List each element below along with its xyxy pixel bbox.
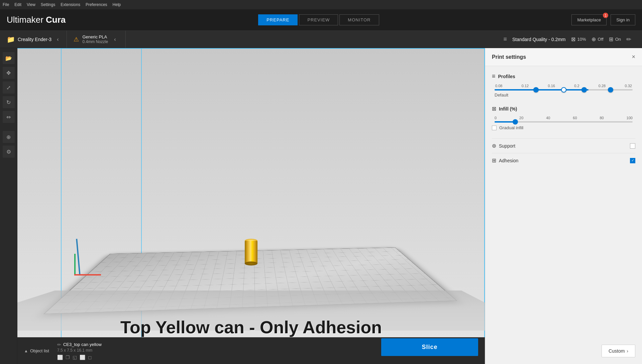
gradual-infill-checkbox[interactable] (492, 126, 497, 130)
support-checkbox[interactable] (630, 143, 635, 149)
object-name: CE3_top can yellow (63, 342, 102, 347)
infill-slider-track[interactable] (495, 121, 633, 123)
obj-icon-5[interactable]: ◻ (88, 355, 92, 360)
infill-slider-container: 0 20 40 60 80 100 (492, 116, 635, 123)
profiles-slider-container: 0.08 0.12 0.16 0.2 0.28 0.32 (492, 84, 635, 98)
profiles-label: Profiles (498, 74, 515, 79)
nav-prepare[interactable]: PREPARE (258, 14, 298, 25)
custom-chevron-icon: › (627, 348, 628, 354)
infill-fill (495, 121, 515, 123)
menu-file[interactable]: File (3, 2, 9, 7)
bed-container (51, 174, 465, 307)
obj-icon-3[interactable]: ◱ (73, 355, 77, 360)
print-settings-panel: Print settings × ≡ Profiles 0.08 0.12 0.… (485, 48, 642, 364)
profiles-thumb-4[interactable] (608, 87, 613, 93)
header-nav: PREPARE PREVIEW MONITOR (258, 14, 379, 25)
tool-settings[interactable]: ⚙ (3, 146, 15, 158)
obj-icon-4[interactable]: ⬜ (80, 355, 85, 360)
custom-button[interactable]: Custom › (602, 345, 635, 357)
support-settings-icon: ⊛ (492, 143, 496, 149)
adhesion-checkbox[interactable]: ✓ (630, 158, 635, 163)
gradual-infill-label: Gradual infill (499, 125, 523, 130)
material-info: Generic PLA 0.4mm Nozzle (82, 34, 108, 44)
main-area: 📂 ✥ ⤢ ↻ ⇔ ⊕ ⚙ (0, 48, 642, 364)
adhesion-label-text: Adhesion (499, 158, 518, 163)
tool-open[interactable]: 📂 (3, 52, 15, 64)
axis-y (74, 254, 76, 276)
warning-icon: ⚠ (74, 36, 79, 43)
quality-section: ≡ Standard Quality - 0.2mm ⊠ 10% ⊕ Off ⊞… (497, 36, 638, 43)
obj-icon-1[interactable]: ⬜ (57, 355, 63, 360)
infill-settings-icon: ⊠ (492, 106, 496, 112)
viewport[interactable]: Top Yellow can - Only Adhesion ▲ Object … (17, 48, 485, 364)
quality-icon: ≡ (503, 36, 507, 43)
profiles-default-label: Default (495, 93, 633, 98)
infill-thumb[interactable] (513, 119, 518, 125)
settings-header: Print settings × (485, 48, 642, 66)
tool-scale[interactable]: ⤢ (3, 81, 15, 94)
chevron-up-icon: ▲ (24, 349, 28, 353)
printer-name[interactable]: Creality Ender-3 (18, 37, 51, 42)
menu-help[interactable]: Help (113, 2, 121, 7)
adhesion-status: On (615, 37, 621, 42)
axis-x (74, 274, 101, 276)
adhesion-icon: ⊞ (609, 36, 613, 42)
tool-move[interactable]: ✥ (3, 67, 15, 79)
printer-prev-arrow[interactable]: ‹ (54, 36, 61, 42)
object-item: ✏ CE3_top can yellow 7.5 x 7.5 x 16.1 mm… (57, 342, 102, 360)
menu-settings[interactable]: Settings (41, 2, 55, 7)
app-title-light: Ultimaker (7, 15, 43, 25)
settings-edit-icon[interactable]: ✏ (626, 36, 631, 43)
infill-icon: ⊠ (571, 36, 575, 42)
material-section: ⚠ Generic PLA 0.4mm Nozzle ‹ (67, 31, 125, 48)
menu-extensions[interactable]: Extensions (61, 2, 80, 7)
quality-controls: ⊠ 10% ⊕ Off ⊞ On (571, 36, 621, 42)
adhesion-row: ⊞ Adhesion ✓ (492, 153, 635, 168)
nav-preview[interactable]: PREVIEW (299, 14, 338, 25)
profiles-row: ≡ Profiles 0.08 0.12 0.16 0.2 0.28 0.32 (492, 73, 635, 98)
object-list-label: Object list (30, 348, 49, 353)
menu-view[interactable]: View (27, 2, 35, 7)
menu-preferences[interactable]: Preferences (86, 2, 107, 7)
viewport-bg: Top Yellow can - Only Adhesion (17, 48, 485, 364)
header-right: Marketplace 1 Sign in (571, 14, 635, 25)
menu-bar: File Edit View Settings Extensions Prefe… (0, 0, 642, 9)
material-prev-arrow[interactable]: ‹ (111, 36, 118, 42)
custom-button-row: Custom › (602, 345, 635, 357)
material-name[interactable]: Generic PLA (82, 34, 108, 39)
cylinder-body (245, 241, 257, 263)
nozzle-size[interactable]: 0.4mm Nozzle (82, 39, 108, 44)
nav-monitor[interactable]: MONITOR (339, 14, 379, 25)
pencil-icon: ✏ (57, 342, 61, 347)
quality-name[interactable]: Standard Quality - 0.2mm (512, 37, 566, 42)
settings-content: ≡ Profiles 0.08 0.12 0.16 0.2 0.28 0.32 (485, 66, 642, 174)
selection-line-horizontal-top (17, 48, 485, 49)
obj-icon-2[interactable]: ❐ (66, 355, 70, 360)
object-container[interactable] (245, 239, 257, 265)
menu-edit[interactable]: Edit (14, 2, 21, 7)
profiles-icon: ≡ (492, 73, 496, 80)
adhesion-control: ⊞ On (609, 36, 621, 42)
profiles-thumb-2[interactable] (561, 87, 566, 93)
support-status: Off (598, 37, 604, 42)
left-sidebar: 📂 ✥ ⤢ ↻ ⇔ ⊕ ⚙ (0, 48, 17, 364)
slice-button[interactable]: Slice (381, 338, 478, 356)
tool-rotate[interactable]: ↻ (3, 96, 15, 108)
adhesion-settings-icon: ⊞ (492, 157, 496, 164)
profiles-slider-track[interactable] (495, 89, 633, 90)
marketplace-button[interactable]: Marketplace 1 (571, 14, 607, 25)
support-row: ⊛ Support (492, 138, 635, 153)
signin-button[interactable]: Sign in (611, 14, 635, 25)
tool-mirror[interactable]: ⇔ (3, 111, 15, 123)
profiles-slider-fill (495, 89, 588, 90)
settings-close-button[interactable]: × (632, 53, 635, 60)
tool-support[interactable]: ⊕ (3, 131, 15, 143)
overlay-text: Top Yellow can - Only Adhesion (120, 317, 382, 337)
object-icons: ⬜ ❐ ◱ ⬜ ◻ (57, 355, 102, 360)
profiles-thumb-active[interactable] (581, 87, 587, 93)
support-label-group: ⊛ Support (492, 143, 515, 149)
profiles-thumb-1[interactable] (533, 87, 539, 93)
app-title-bold: Cura (46, 15, 66, 25)
marketplace-badge: 1 (603, 13, 608, 18)
toolbar: 📁 Creality Ender-3 ‹ ⚠ Generic PLA 0.4mm… (0, 31, 642, 48)
